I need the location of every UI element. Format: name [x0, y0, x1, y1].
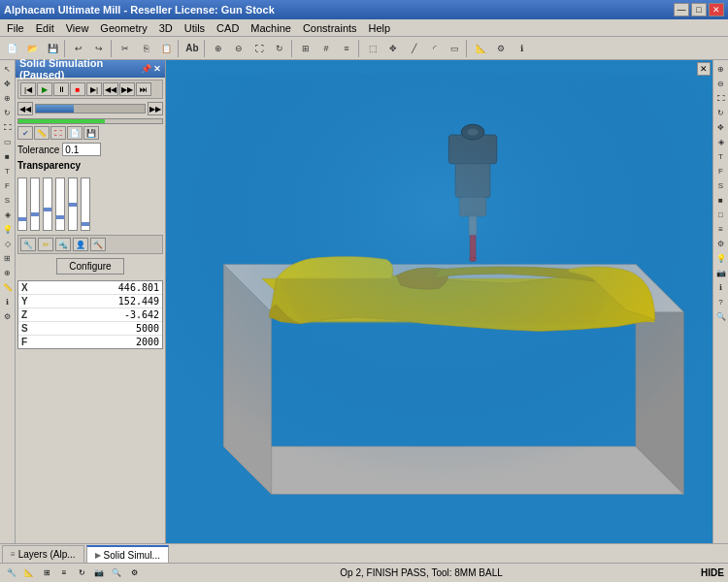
- tb-zoom-fit[interactable]: ⛶: [249, 39, 269, 58]
- rt-btn-15[interactable]: 📷: [714, 266, 728, 279]
- menu-help[interactable]: Help: [364, 20, 396, 36]
- tb-line[interactable]: ╱: [404, 39, 423, 58]
- tb-undo[interactable]: ↩: [69, 39, 88, 58]
- sim-step-fwd[interactable]: ▶▶: [119, 82, 135, 96]
- tab-solid-sim[interactable]: ▶ Solid Simul...: [86, 545, 169, 563]
- sim-stop[interactable]: ■: [70, 82, 85, 96]
- tb-new[interactable]: 📄: [2, 39, 21, 58]
- tb-layer[interactable]: ≡: [337, 39, 356, 58]
- close-button[interactable]: ✕: [709, 3, 724, 16]
- sim-skip-start[interactable]: |◀: [20, 82, 36, 96]
- tb-select[interactable]: ⬚: [363, 39, 382, 58]
- panel-close[interactable]: ✕: [153, 64, 161, 74]
- slider-5[interactable]: [68, 178, 78, 231]
- sim-step-fwd2[interactable]: ▶▶: [148, 102, 163, 115]
- sim-icon-green[interactable]: 🔧: [20, 238, 36, 251]
- sim-icon-measure[interactable]: 📏: [34, 126, 50, 140]
- lt-info2[interactable]: ℹ: [1, 295, 15, 308]
- sim-step-back[interactable]: ◀◀: [103, 82, 118, 96]
- maximize-button[interactable]: □: [691, 3, 707, 16]
- slider-6[interactable]: [81, 178, 90, 231]
- viewport-close-button[interactable]: ✕: [697, 62, 711, 76]
- menu-file[interactable]: File: [2, 20, 29, 36]
- sim-icon-tool2[interactable]: 🔨: [90, 238, 106, 251]
- rt-btn-8[interactable]: F: [714, 164, 728, 178]
- tb-open[interactable]: 📂: [22, 39, 42, 58]
- menu-geometry[interactable]: Geometry: [95, 20, 151, 36]
- rt-btn-10[interactable]: ■: [714, 193, 728, 207]
- sim-skip-end[interactable]: ▶|: [86, 82, 102, 96]
- tb-grid[interactable]: #: [316, 39, 336, 58]
- slider-1[interactable]: [17, 178, 27, 231]
- tb-arc[interactable]: ◜: [424, 39, 444, 58]
- rt-btn-3[interactable]: ⛶: [714, 91, 728, 105]
- sim-icon-person[interactable]: 👤: [73, 238, 88, 251]
- rt-btn-17[interactable]: ?: [714, 295, 728, 308]
- lt-wire[interactable]: ▭: [1, 135, 15, 148]
- status-icon-2[interactable]: 📐: [21, 566, 37, 581]
- lt-fit[interactable]: ⛶: [1, 120, 15, 134]
- status-icon-5[interactable]: ↻: [74, 566, 89, 581]
- menu-machine[interactable]: Machine: [246, 20, 296, 36]
- lt-front[interactable]: F: [1, 178, 15, 192]
- tb-copy[interactable]: ⎘: [136, 39, 155, 58]
- menu-constraints[interactable]: Constraints: [298, 20, 362, 36]
- tb-paste[interactable]: 📋: [156, 39, 176, 58]
- status-icon-1[interactable]: 🔧: [4, 566, 19, 581]
- tb-text[interactable]: Ab: [182, 39, 202, 58]
- tb-settings[interactable]: ⚙: [491, 39, 511, 58]
- lt-side[interactable]: S: [1, 193, 15, 207]
- rt-btn-16[interactable]: ℹ: [714, 280, 728, 294]
- tb-redo[interactable]: ↪: [89, 39, 109, 58]
- lt-materials[interactable]: ◇: [1, 237, 15, 250]
- rt-btn-2[interactable]: ⊖: [714, 77, 728, 90]
- tb-move[interactable]: ✥: [383, 39, 403, 58]
- sim-icon-verify[interactable]: ✔: [17, 126, 33, 140]
- tab-layers[interactable]: ≡ Layers (Alp...: [2, 545, 84, 563]
- lt-select[interactable]: ↖: [1, 62, 15, 76]
- rt-btn-11[interactable]: □: [714, 208, 728, 221]
- tolerance-input[interactable]: [62, 143, 101, 156]
- sim-fast[interactable]: ⏭: [136, 82, 151, 96]
- tb-zoom-in[interactable]: ⊕: [209, 39, 228, 58]
- rt-btn-14[interactable]: 💡: [714, 251, 728, 265]
- sim-step-back2[interactable]: ◀◀: [17, 102, 33, 115]
- rt-btn-12[interactable]: ≡: [714, 222, 728, 236]
- rt-btn-5[interactable]: ✥: [714, 120, 728, 134]
- tb-rect[interactable]: ▭: [445, 39, 464, 58]
- status-icon-7[interactable]: 🔍: [109, 566, 124, 581]
- status-icon-6[interactable]: 📷: [91, 566, 107, 581]
- sim-icon-compare[interactable]: ⛶: [50, 126, 66, 140]
- status-icon-8[interactable]: ⚙: [126, 566, 142, 581]
- tb-snap[interactable]: ⊞: [296, 39, 315, 58]
- rt-btn-18[interactable]: 🔍: [714, 309, 728, 323]
- menu-3d[interactable]: 3D: [154, 20, 178, 36]
- slider-2[interactable]: [30, 178, 40, 231]
- sim-pause[interactable]: ⏸: [53, 82, 69, 96]
- tb-zoom-out[interactable]: ⊖: [229, 39, 248, 58]
- lt-iso[interactable]: ◈: [1, 208, 15, 221]
- configure-button[interactable]: Configure: [56, 258, 123, 275]
- menu-edit[interactable]: Edit: [31, 20, 59, 36]
- tb-cut[interactable]: ✂: [116, 39, 135, 58]
- panel-pin[interactable]: 📌: [141, 64, 151, 74]
- lt-solid[interactable]: ■: [1, 149, 15, 163]
- sim-icon-yellow[interactable]: ✏: [38, 238, 53, 251]
- lt-measure2[interactable]: 📏: [1, 280, 15, 294]
- tb-info[interactable]: ℹ: [512, 39, 531, 58]
- rt-btn-9[interactable]: S: [714, 178, 728, 192]
- lt-lights[interactable]: 💡: [1, 222, 15, 236]
- menu-utils[interactable]: Utils: [180, 20, 210, 36]
- lt-snap2[interactable]: ⊕: [1, 266, 15, 279]
- minimize-button[interactable]: —: [674, 3, 689, 16]
- rt-btn-7[interactable]: T: [714, 149, 728, 163]
- sim-icon-report[interactable]: 📄: [67, 126, 83, 140]
- sim-play[interactable]: ▶: [37, 82, 52, 96]
- tb-measure[interactable]: 📐: [471, 39, 490, 58]
- 3d-viewport[interactable]: ✕: [166, 60, 712, 543]
- sim-icon-orange[interactable]: 🔩: [55, 238, 71, 251]
- rt-btn-13[interactable]: ⚙: [714, 237, 728, 250]
- lt-pan[interactable]: ✥: [1, 77, 15, 90]
- tb-save[interactable]: 💾: [43, 39, 62, 58]
- lt-zoom[interactable]: ⊕: [1, 91, 15, 105]
